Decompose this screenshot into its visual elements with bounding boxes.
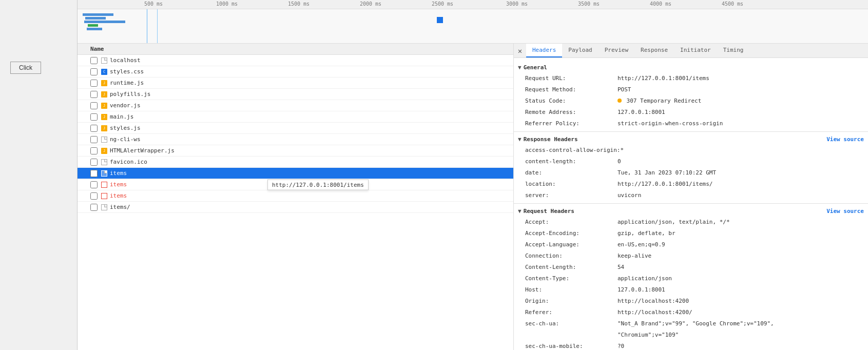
list-item[interactable]: items <box>78 190 513 202</box>
tab-payload[interactable]: Payload <box>562 44 598 57</box>
list-item[interactable]: localhost <box>78 55 513 66</box>
detail-value: keep-alive <box>618 251 651 261</box>
detail-value: "Chromium";v="109" <box>618 330 679 340</box>
row-checkbox[interactable] <box>90 102 98 109</box>
detail-key: sec-ch-ua-mobile: <box>525 342 618 350</box>
detail-row: location: http://127.0.0.1:8001/items/ <box>514 179 868 190</box>
row-name: vendor.js <box>110 102 513 109</box>
row-checkbox[interactable] <box>90 113 98 121</box>
general-section-header[interactable]: ▼ General <box>514 62 868 73</box>
xhr-icon <box>101 181 108 188</box>
detail-key: Origin: <box>525 297 618 306</box>
close-button[interactable]: ✕ <box>514 44 526 57</box>
row-checkbox[interactable] <box>90 204 98 211</box>
list-item[interactable]: J vendor.js <box>78 100 513 111</box>
js-icon: J <box>101 113 108 121</box>
detail-key: Status Code: <box>525 96 618 106</box>
detail-row: date: Tue, 31 Jan 2023 07:10:22 GMT <box>514 167 868 179</box>
detail-row: sec-ch-ua: "Not_A Brand";v="99", "Google… <box>514 318 868 329</box>
list-item[interactable]: J polyfills.js <box>78 89 513 100</box>
tab-response[interactable]: Response <box>634 44 674 57</box>
js-icon: J <box>101 125 108 132</box>
row-checkbox[interactable] <box>90 147 98 154</box>
row-checkbox[interactable] <box>90 125 98 132</box>
list-item[interactable]: J styles.js <box>78 123 513 134</box>
row-checkbox[interactable] <box>90 170 98 177</box>
triangle-icon: ▼ <box>518 208 522 215</box>
url-tooltip: http://127.0.0.1:8001/items <box>267 179 369 190</box>
timeline-ruler: 500 ms 1000 ms 1500 ms 2000 ms 2500 ms 3… <box>78 0 868 9</box>
detail-row: Content-Type: application/json <box>514 273 868 284</box>
ruler-tick-2000: 2000 ms <box>360 1 381 7</box>
detail-value: 127.0.0.1:8001 <box>618 285 665 295</box>
row-name: styles.js <box>110 125 513 131</box>
timeline-content <box>78 9 868 43</box>
row-checkbox[interactable] <box>90 192 98 200</box>
response-headers-section-header[interactable]: ▼ Response Headers View source <box>514 134 868 145</box>
click-button[interactable]: Click <box>10 62 41 74</box>
row-checkbox[interactable] <box>90 91 98 98</box>
list-item-selected[interactable]: items <box>78 168 513 179</box>
section-divider <box>514 131 868 132</box>
page-icon <box>101 170 108 177</box>
row-checkbox[interactable] <box>90 80 98 87</box>
detail-key: Referer: <box>525 308 618 317</box>
request-headers-label: Request Headers <box>524 208 574 215</box>
page-icon <box>101 57 108 64</box>
list-item[interactable]: ng-cli-ws <box>78 134 513 145</box>
timeline-bar: 500 ms 1000 ms 1500 ms 2000 ms 2500 ms 3… <box>78 0 868 44</box>
detail-value: strict-origin-when-cross-origin <box>618 119 723 128</box>
detail-row: Content-Length: 54 <box>514 262 868 273</box>
request-headers-section-header[interactable]: ▼ Request Headers View source <box>514 206 868 217</box>
list-item[interactable]: J HTMLAlertWrapper.js <box>78 145 513 157</box>
row-name: runtime.js <box>110 80 513 86</box>
tab-timing[interactable]: Timing <box>717 44 750 57</box>
detail-key: Request URL: <box>525 74 618 83</box>
row-checkbox[interactable] <box>90 136 98 143</box>
list-item[interactable]: items/ <box>78 202 513 213</box>
list-item[interactable]: J runtime.js <box>78 77 513 89</box>
details-panel: ✕ Headers Payload Preview Response Initi… <box>514 44 868 350</box>
tab-headers[interactable]: Headers <box>526 44 562 57</box>
response-headers-label: Response Headers <box>524 136 578 143</box>
row-checkbox[interactable] <box>90 181 98 188</box>
row-checkbox[interactable] <box>90 159 98 166</box>
detail-key <box>525 330 618 340</box>
timeline-marker-2 <box>157 9 158 43</box>
timeline-marker-1 <box>147 9 147 43</box>
ruler-tick-4000: 4000 ms <box>650 1 671 7</box>
list-item[interactable]: items http://127.0.0.1:8001/items <box>78 179 513 190</box>
detail-key: Content-Length: <box>525 263 618 272</box>
detail-key: Remote Address: <box>525 108 618 117</box>
row-name: items/ <box>110 204 513 210</box>
detail-value: ?0 <box>618 342 624 350</box>
list-item[interactable]: C styles.css <box>78 66 513 77</box>
ruler-tick-3500: 3500 ms <box>578 1 600 7</box>
row-checkbox[interactable] <box>90 68 98 75</box>
detail-value: * <box>620 146 624 155</box>
js-icon: J <box>101 102 108 109</box>
css-icon: C <box>101 68 108 75</box>
detail-row: sec-ch-ua-mobile: ?0 <box>514 341 868 350</box>
list-item[interactable]: favicon.ico <box>78 157 513 168</box>
detail-key: Accept: <box>525 218 618 227</box>
page-icon <box>101 159 108 166</box>
ruler-tick-1500: 1500 ms <box>288 1 310 7</box>
tab-preview[interactable]: Preview <box>599 44 634 57</box>
detail-key: Referrer Policy: <box>525 119 618 128</box>
detail-key: Request Method: <box>525 85 618 94</box>
row-checkbox[interactable] <box>90 57 98 64</box>
tab-initiator[interactable]: Initiator <box>674 44 717 57</box>
row-name: polyfills.js <box>110 91 513 98</box>
page-icon <box>101 204 108 211</box>
js-icon: J <box>101 147 108 154</box>
network-list[interactable]: Name localhost C styles.css <box>78 44 514 350</box>
detail-row: Accept: application/json, text/plain, */… <box>514 217 868 228</box>
list-item[interactable]: J main.js <box>78 111 513 123</box>
js-icon: J <box>101 91 108 98</box>
detail-row: content-length: 0 <box>514 156 868 167</box>
detail-key: date: <box>525 168 618 178</box>
view-source-link-2[interactable]: View source <box>826 208 864 215</box>
detail-row: Request URL: http://127.0.0.1:8001/items <box>514 73 868 84</box>
view-source-link[interactable]: View source <box>826 136 864 143</box>
